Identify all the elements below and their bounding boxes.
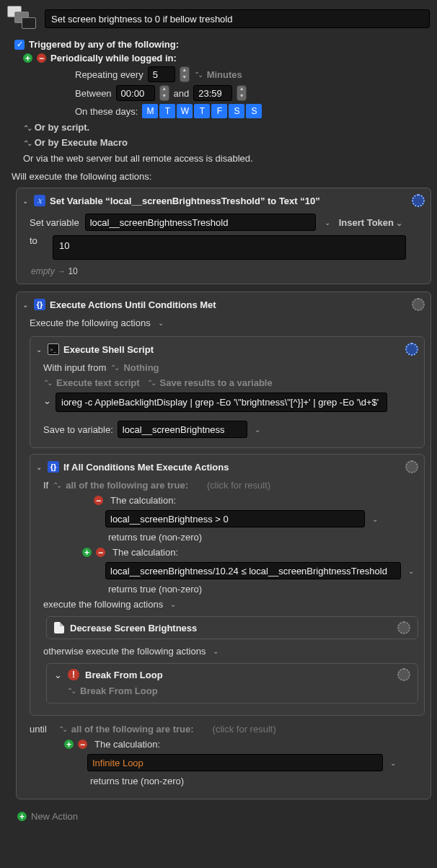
calc1-input[interactable] bbox=[105, 510, 365, 527]
action-shell-script[interactable]: ⌄ >_ Execute Shell Script With input fro… bbox=[30, 336, 425, 448]
until-click-result[interactable]: (click for result) bbox=[198, 724, 276, 735]
to-label: to bbox=[30, 235, 40, 246]
day-mon[interactable]: M bbox=[142, 104, 158, 118]
add-until-cond-button[interactable]: + bbox=[64, 740, 74, 749]
new-action-label: New Action bbox=[31, 811, 78, 822]
or-script-updown-icon[interactable]: ⌃⌄ bbox=[23, 124, 30, 132]
shell-mode2[interactable]: Save results to a variable bbox=[160, 377, 273, 388]
actions-dropdown-icon[interactable]: ⌄ bbox=[155, 319, 167, 327]
remove-cond-button[interactable]: − bbox=[94, 496, 103, 505]
gear-icon[interactable] bbox=[405, 343, 418, 356]
calc2-dropdown-icon[interactable]: ⌄ bbox=[405, 567, 417, 575]
loop-title: Execute Actions Until Conditions Met bbox=[50, 299, 216, 310]
input-updown-icon[interactable]: ⌃⌄ bbox=[110, 364, 118, 372]
shell-mode1[interactable]: Execute text script bbox=[56, 377, 140, 388]
gear-icon[interactable] bbox=[412, 194, 425, 207]
action-loop[interactable]: ⌄ {} Execute Actions Until Conditions Me… bbox=[16, 291, 431, 799]
disclosure-icon[interactable]: ⌄ bbox=[22, 197, 30, 205]
save-to-label: Save to variable: bbox=[43, 424, 113, 435]
if-cond-value[interactable]: all of the following are true: bbox=[66, 480, 188, 491]
exec-actions-label: Execute the following actions bbox=[30, 317, 151, 328]
or-macro-label[interactable]: Or by Execute Macro bbox=[35, 137, 128, 148]
disclosure-icon[interactable]: ⌄ bbox=[22, 301, 30, 309]
calc3-dropdown-icon[interactable]: ⌄ bbox=[387, 759, 399, 767]
click-for-result[interactable]: (click for result) bbox=[193, 480, 270, 491]
if-cond-updown-icon[interactable]: ⌃⌄ bbox=[53, 481, 60, 489]
day-sun[interactable]: S bbox=[246, 104, 262, 118]
insert-token-link[interactable]: Insert Token bbox=[339, 217, 402, 228]
script-disclosure-icon[interactable]: ⌄ bbox=[43, 395, 51, 406]
until-cond[interactable]: all of the following are true: bbox=[71, 724, 194, 735]
calc-label: The calculation: bbox=[110, 495, 176, 506]
day-tue[interactable]: T bbox=[159, 104, 175, 118]
time-start-input[interactable] bbox=[116, 85, 155, 101]
then-dropdown-icon[interactable]: ⌄ bbox=[167, 600, 179, 608]
or-macro-updown-icon[interactable]: ⌃⌄ bbox=[23, 139, 30, 147]
with-input-value[interactable]: Nothing bbox=[123, 362, 159, 373]
calc2-input[interactable] bbox=[105, 562, 401, 579]
repeat-label: Repeating every bbox=[75, 69, 144, 80]
calc-label: The calculation: bbox=[94, 739, 160, 750]
disclosure-icon[interactable]: ⌄ bbox=[54, 670, 62, 680]
break-sub[interactable]: Break From Loop bbox=[80, 685, 158, 696]
or-script-label[interactable]: Or by script. bbox=[35, 122, 90, 133]
disclosure-icon[interactable]: ⌄ bbox=[36, 346, 43, 354]
variable-name-input[interactable] bbox=[85, 214, 316, 231]
repeat-stepper[interactable]: ▲▼ bbox=[180, 66, 190, 82]
until-updown-icon[interactable]: ⌃⌄ bbox=[58, 725, 66, 733]
triggers-heading: Triggered by any of the following: bbox=[29, 39, 179, 50]
disclosure-icon[interactable]: ⌄ bbox=[36, 463, 43, 471]
exec-else-label: otherwise execute the following actions bbox=[43, 646, 206, 657]
break-updown-icon[interactable]: ⌃⌄ bbox=[67, 687, 74, 695]
action-if-conditions[interactable]: ⌄ {} If All Conditions Met Execute Actio… bbox=[30, 454, 425, 716]
day-wed[interactable]: W bbox=[177, 104, 193, 118]
periodic-trigger-label[interactable]: Periodically while logged in: bbox=[50, 53, 177, 63]
day-picker[interactable]: M T W T F S S bbox=[142, 104, 262, 118]
returns-label: returns true (non-zero) bbox=[108, 532, 202, 543]
mode2-updown-icon[interactable]: ⌃⌄ bbox=[147, 379, 154, 387]
calc1-dropdown-icon[interactable]: ⌄ bbox=[369, 515, 381, 523]
returns-label: returns true (non-zero) bbox=[108, 584, 202, 595]
remove-until-cond-button[interactable]: − bbox=[78, 740, 87, 749]
gear-icon[interactable] bbox=[397, 621, 410, 634]
add-cond-button[interactable]: + bbox=[82, 548, 92, 557]
unit-updown-icon[interactable]: ⌃⌄ bbox=[194, 71, 201, 79]
save-variable-dropdown-icon[interactable]: ⌄ bbox=[252, 426, 263, 434]
gear-icon[interactable] bbox=[405, 460, 418, 473]
mode1-updown-icon[interactable]: ⌃⌄ bbox=[43, 379, 50, 387]
with-input-label: With input from bbox=[43, 362, 106, 373]
exec-heading: Will execute the following actions: bbox=[3, 167, 434, 183]
result-value: 10 bbox=[68, 266, 77, 276]
triggers-enabled-checkbox[interactable]: ✓ bbox=[14, 40, 25, 50]
action-decrease-brightness[interactable]: Decrease Screen Brightness bbox=[46, 616, 418, 639]
time-end-stepper[interactable]: ▲▼ bbox=[237, 85, 247, 101]
remove-cond-button[interactable]: − bbox=[96, 548, 105, 557]
gear-icon[interactable] bbox=[412, 298, 425, 311]
time-end-input[interactable] bbox=[193, 85, 232, 101]
day-sat[interactable]: S bbox=[229, 104, 244, 118]
remove-trigger-button[interactable]: − bbox=[37, 53, 46, 63]
calc3-input[interactable] bbox=[87, 754, 383, 771]
to-value-input[interactable]: 10 bbox=[53, 235, 406, 260]
document-icon bbox=[54, 622, 64, 634]
save-variable-input[interactable] bbox=[118, 421, 247, 438]
gear-icon[interactable] bbox=[397, 668, 410, 681]
result-empty: empty bbox=[31, 266, 55, 276]
new-action-button[interactable]: + New Action bbox=[3, 807, 434, 825]
macro-icon bbox=[7, 6, 37, 32]
repeat-unit[interactable]: Minutes bbox=[207, 69, 242, 80]
else-dropdown-icon[interactable]: ⌄ bbox=[210, 647, 221, 655]
if-label: If bbox=[43, 480, 48, 491]
script-text-input[interactable]: ioreg -c AppleBacklightDisplay | grep -E… bbox=[56, 393, 387, 412]
macro-title-input[interactable] bbox=[45, 9, 430, 28]
terminal-icon: >_ bbox=[48, 343, 59, 355]
repeat-value-input[interactable] bbox=[148, 66, 175, 82]
variable-dropdown-icon[interactable]: ⌄ bbox=[322, 219, 333, 227]
action-break-loop[interactable]: ⌄ ! Break From Loop ⌃⌄ Break From Loop bbox=[46, 663, 418, 703]
braces-icon: {} bbox=[34, 299, 45, 310]
day-thu[interactable]: T bbox=[194, 104, 210, 118]
action-set-variable[interactable]: ⌄ 𝑥 Set Variable “local__screenBrightnes… bbox=[16, 188, 431, 284]
day-fri[interactable]: F bbox=[211, 104, 227, 118]
add-trigger-button[interactable]: + bbox=[23, 53, 32, 63]
time-start-stepper[interactable]: ▲▼ bbox=[159, 85, 169, 101]
